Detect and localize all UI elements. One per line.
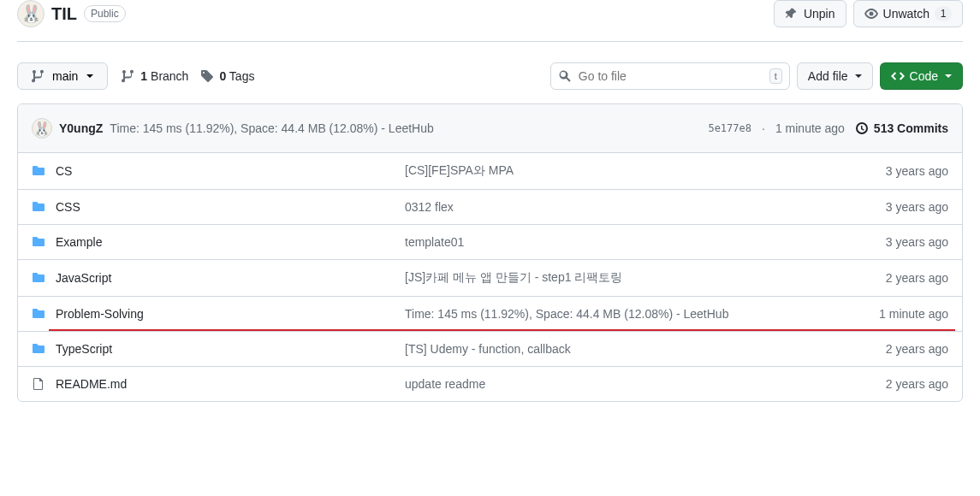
commit-message[interactable]: Time: 145 ms (11.92%), Space: 44.4 MB (1… bbox=[110, 121, 433, 135]
commit-info: 🐰 Y0ungZ Time: 145 ms (11.92%), Space: 4… bbox=[32, 118, 708, 139]
chevron-down-icon bbox=[945, 74, 952, 78]
file-icon bbox=[32, 377, 45, 391]
file-row: TypeScript[TS] Udemy - function, callbac… bbox=[18, 332, 962, 367]
file-name-cell: JavaScript bbox=[32, 271, 391, 285]
code-button[interactable]: Code bbox=[880, 62, 963, 90]
branch-stats: 1 Branch 0 Tags bbox=[122, 69, 254, 83]
header-left: 🐰 TIL Public bbox=[17, 0, 126, 27]
unwatch-count: 1 bbox=[935, 6, 952, 21]
header-right: Unpin Unwatch 1 bbox=[774, 0, 963, 27]
file-name-link[interactable]: TypeScript bbox=[56, 342, 112, 356]
latest-commit-bar: 🐰 Y0ungZ Time: 145 ms (11.92%), Space: 4… bbox=[18, 104, 962, 153]
commit-avatar[interactable]: 🐰 bbox=[32, 118, 52, 139]
branch-icon bbox=[32, 69, 45, 83]
tags-count: 0 bbox=[219, 69, 226, 83]
file-rows: CS[CS][FE]SPA와 MPA3 years agoCSS0312 fle… bbox=[18, 153, 962, 401]
commits-link[interactable]: 513 Commits bbox=[855, 121, 948, 135]
commits-count: 513 bbox=[874, 121, 894, 135]
file-name-link[interactable]: CS bbox=[56, 164, 72, 178]
commit-meta: 5e177e8 · 1 minute ago 513 Commits bbox=[708, 121, 948, 135]
commit-time: 1 minute ago bbox=[775, 121, 845, 135]
code-label: Code bbox=[910, 69, 938, 83]
search-box[interactable]: t bbox=[550, 62, 790, 90]
search-input[interactable] bbox=[579, 69, 763, 83]
file-row: Problem-SolvingTime: 145 ms (11.92%), Sp… bbox=[18, 297, 962, 332]
file-commit-message[interactable]: 0312 flex bbox=[405, 200, 832, 214]
chevron-down-icon bbox=[86, 74, 93, 78]
unwatch-button[interactable]: Unwatch 1 bbox=[853, 0, 963, 27]
file-name-cell: CS bbox=[32, 164, 391, 178]
branch-icon bbox=[122, 69, 135, 83]
folder-icon bbox=[32, 271, 45, 285]
tags-label: Tags bbox=[229, 69, 255, 83]
file-commit-message[interactable]: template01 bbox=[405, 235, 832, 249]
nav-right: t Add file Code bbox=[550, 62, 963, 90]
visibility-badge: Public bbox=[84, 5, 126, 22]
folder-icon bbox=[32, 235, 45, 249]
file-time: 3 years ago bbox=[846, 200, 948, 214]
file-row: CS[CS][FE]SPA와 MPA3 years ago bbox=[18, 153, 962, 190]
branches-link[interactable]: 1 Branch bbox=[122, 69, 188, 83]
file-row: Exampletemplate013 years ago bbox=[18, 225, 962, 260]
add-file-label: Add file bbox=[808, 69, 848, 83]
file-name-cell: CSS bbox=[32, 200, 391, 214]
file-row: CSS0312 flex3 years ago bbox=[18, 190, 962, 225]
file-row: JavaScript[JS]카페 메뉴 앱 만들기 - step1 리팩토링2 … bbox=[18, 260, 962, 297]
nav-row: main 1 Branch 0 Tags t Add file Code bbox=[17, 42, 963, 103]
commit-sep: · bbox=[762, 121, 765, 135]
file-name-link[interactable]: CSS bbox=[56, 200, 80, 214]
file-commit-message[interactable]: [CS][FE]SPA와 MPA bbox=[405, 163, 832, 179]
history-icon bbox=[855, 121, 869, 135]
folder-icon bbox=[32, 164, 45, 178]
commits-label: Commits bbox=[897, 121, 948, 135]
branch-select-button[interactable]: main bbox=[17, 62, 108, 90]
file-name-link[interactable]: Problem-Solving bbox=[56, 307, 144, 321]
repo-header: 🐰 TIL Public Unpin Unwatch 1 bbox=[17, 0, 963, 42]
file-name-cell: README.md bbox=[32, 377, 391, 391]
search-kbd: t bbox=[769, 68, 782, 84]
file-commit-message[interactable]: Time: 145 ms (11.92%), Space: 44.4 MB (1… bbox=[405, 307, 832, 321]
file-name-cell: TypeScript bbox=[32, 342, 391, 356]
file-time: 3 years ago bbox=[846, 164, 948, 178]
branches-label: Branch bbox=[151, 69, 188, 83]
commit-sha[interactable]: 5e177e8 bbox=[708, 122, 751, 134]
file-listing: 🐰 Y0ungZ Time: 145 ms (11.92%), Space: 4… bbox=[17, 103, 963, 402]
folder-icon bbox=[32, 307, 45, 321]
file-name-link[interactable]: README.md bbox=[56, 377, 127, 391]
folder-icon bbox=[32, 342, 45, 356]
tag-icon bbox=[200, 69, 214, 83]
file-commit-message[interactable]: [TS] Udemy - function, callback bbox=[405, 342, 832, 356]
file-time: 2 years ago bbox=[846, 342, 948, 356]
branches-count: 1 bbox=[140, 69, 147, 83]
nav-left: main 1 Branch 0 Tags bbox=[17, 62, 254, 90]
file-name-cell: Example bbox=[32, 235, 391, 249]
avatar[interactable]: 🐰 bbox=[17, 0, 45, 27]
branch-name: main bbox=[52, 69, 78, 83]
folder-icon bbox=[32, 200, 45, 214]
pin-icon bbox=[785, 7, 799, 21]
unpin-label: Unpin bbox=[804, 7, 835, 21]
commit-author[interactable]: Y0ungZ bbox=[59, 121, 103, 135]
search-icon bbox=[558, 69, 572, 83]
tags-link[interactable]: 0 Tags bbox=[200, 69, 254, 83]
file-row: README.mdupdate readme2 years ago bbox=[18, 367, 962, 401]
unpin-button[interactable]: Unpin bbox=[774, 0, 846, 27]
file-commit-message[interactable]: [JS]카페 메뉴 앱 만들기 - step1 리팩토링 bbox=[405, 270, 832, 286]
file-name-link[interactable]: JavaScript bbox=[56, 271, 111, 285]
file-time: 3 years ago bbox=[846, 235, 948, 249]
file-name-link[interactable]: Example bbox=[56, 235, 102, 249]
file-name-cell: Problem-Solving bbox=[32, 307, 391, 321]
eye-icon bbox=[864, 7, 878, 21]
file-time: 2 years ago bbox=[846, 271, 948, 285]
file-commit-message[interactable]: update readme bbox=[405, 377, 832, 391]
code-icon bbox=[891, 69, 905, 83]
chevron-down-icon bbox=[855, 74, 862, 78]
file-time: 2 years ago bbox=[846, 377, 948, 391]
repo-name[interactable]: TIL bbox=[51, 4, 77, 24]
add-file-button[interactable]: Add file bbox=[797, 62, 873, 90]
file-time: 1 minute ago bbox=[846, 307, 948, 321]
unwatch-label: Unwatch bbox=[883, 7, 930, 21]
